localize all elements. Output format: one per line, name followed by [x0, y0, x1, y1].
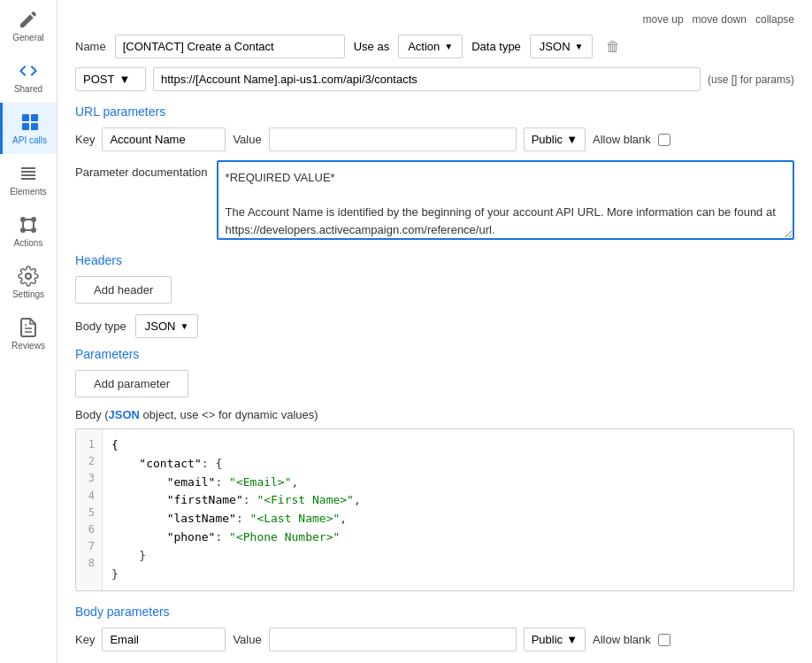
svg-point-7	[31, 227, 36, 233]
move-down-link[interactable]: move down	[693, 13, 747, 26]
body-type-dropdown[interactable]: JSON ▼	[135, 314, 199, 338]
body-key-input[interactable]	[102, 628, 226, 651]
key-input[interactable]	[102, 127, 226, 151]
action-dropdown[interactable]: Action ▼	[398, 35, 463, 58]
sidebar-item-api-calls-label: API calls	[12, 135, 47, 145]
headers-header: Headers	[75, 253, 794, 267]
use-as-label: Use as	[354, 40, 389, 53]
svg-rect-0	[22, 114, 29, 121]
settings-icon	[18, 266, 39, 287]
sidebar-item-settings[interactable]: Settings	[0, 257, 57, 308]
code-editor[interactable]: 12345678 { "contact": { "email": "<Email…	[75, 428, 794, 591]
sidebar-item-elements[interactable]: Elements	[0, 154, 57, 205]
svg-point-5	[31, 217, 36, 222]
line-numbers: 12345678	[76, 429, 103, 590]
sidebar-item-actions-label: Actions	[14, 238, 43, 248]
key-label: Key	[75, 133, 95, 146]
url-params-section: URL parameters Key Value Public ▼ Allow …	[75, 104, 794, 240]
sidebar-item-shared-label: Shared	[14, 84, 42, 94]
top-controls: move up move down collapse	[75, 13, 794, 26]
body-value-label: Value	[233, 633, 261, 646]
chevron-down-icon-2: ▼	[575, 42, 584, 51]
sidebar-item-general[interactable]: General	[0, 0, 57, 51]
body-value-input[interactable]	[269, 628, 517, 651]
body-allow-blank-label: Allow blank	[593, 633, 651, 646]
chevron-down-icon-3: ▼	[119, 73, 130, 86]
url-input[interactable]	[153, 67, 701, 91]
body-params-section: Body parameters Key Value Public ▼ Allow…	[75, 605, 794, 651]
api-icon	[19, 112, 41, 133]
headers-section: Headers Add header	[75, 253, 794, 314]
body-params-kv-row: Key Value Public ▼ Allow blank	[75, 628, 794, 651]
svg-rect-3	[31, 123, 38, 130]
add-header-button[interactable]: Add header	[75, 276, 172, 304]
data-type-dropdown[interactable]: JSON ▼	[530, 35, 594, 58]
sidebar-item-api-calls[interactable]: API calls	[0, 103, 57, 154]
collapse-link[interactable]: collapse	[755, 13, 794, 26]
param-doc-textarea[interactable]: *REQUIRED VALUE* The Account Name is ide…	[217, 160, 794, 240]
data-type-dropdown-label: JSON	[540, 40, 571, 53]
body-params-header: Body parameters	[75, 605, 794, 619]
sidebar-item-reviews-label: Reviews	[11, 341, 45, 351]
delete-button[interactable]: 🗑	[601, 37, 624, 57]
value-input[interactable]	[269, 127, 517, 151]
move-up-link[interactable]: move up	[643, 13, 684, 26]
method-dropdown[interactable]: POST ▼	[75, 67, 146, 91]
allow-blank-checkbox[interactable]	[658, 134, 670, 146]
param-doc-row: Parameter documentation *REQUIRED VALUE*…	[75, 160, 794, 240]
json-word: JSON	[109, 408, 140, 421]
sidebar: General Shared API calls Elements	[0, 0, 57, 663]
code-icon	[18, 60, 39, 81]
svg-point-6	[20, 227, 26, 233]
url-params-header: URL parameters	[75, 104, 794, 119]
pencil-icon	[18, 9, 39, 30]
svg-rect-1	[31, 114, 38, 121]
body-key-label: Key	[75, 633, 95, 646]
svg-point-12	[26, 274, 31, 279]
reviews-icon	[18, 317, 39, 338]
method-label: POST	[83, 73, 114, 86]
main-content: move up move down collapse Name Use as A…	[57, 0, 812, 663]
svg-point-4	[20, 217, 26, 222]
name-label: Name	[75, 40, 106, 53]
parameters-header: Parameters	[75, 347, 794, 361]
chevron-down-icon: ▼	[444, 42, 453, 51]
body-type-dropdown-label: JSON	[145, 320, 176, 333]
body-type-label: Body type	[75, 320, 126, 333]
body-hint: Body (JSON object, use <> for dynamic va…	[75, 408, 794, 421]
sidebar-item-reviews[interactable]: Reviews	[0, 308, 57, 359]
sidebar-item-settings-label: Settings	[12, 289, 44, 299]
body-type-row: Body type JSON ▼	[75, 314, 794, 338]
body-visibility-dropdown[interactable]: Public ▼	[524, 628, 586, 651]
param-doc-label: Parameter documentation	[75, 160, 208, 179]
elements-icon	[18, 163, 39, 184]
data-type-label: Data type	[471, 40, 521, 53]
sidebar-item-general-label: General	[12, 33, 44, 42]
action-dropdown-label: Action	[408, 40, 440, 53]
url-hint: (use [] for params)	[708, 73, 794, 86]
svg-rect-2	[22, 123, 29, 130]
allow-blank-label: Allow blank	[593, 133, 651, 146]
chevron-down-icon-5: ▼	[180, 321, 189, 331]
code-content: { "contact": { "email": "<Email>", "firs…	[103, 429, 370, 590]
value-label: Value	[233, 133, 261, 146]
url-row: POST ▼ (use [] for params)	[75, 67, 794, 91]
actions-icon	[18, 214, 39, 235]
add-parameter-button[interactable]: Add parameter	[75, 370, 188, 397]
name-input[interactable]	[115, 35, 345, 58]
chevron-down-icon-6: ▼	[566, 633, 578, 646]
chevron-down-icon-4: ▼	[566, 133, 578, 146]
name-row: Name Use as Action ▼ Data type JSON ▼ 🗑	[75, 35, 794, 58]
sidebar-item-actions[interactable]: Actions	[0, 205, 57, 257]
visibility-dropdown[interactable]: Public ▼	[524, 127, 586, 151]
body-visibility-label: Public	[532, 633, 563, 646]
parameters-section: Parameters Add parameter	[75, 347, 794, 408]
visibility-label: Public	[532, 133, 563, 146]
sidebar-item-elements-label: Elements	[10, 187, 47, 197]
url-params-kv-row: Key Value Public ▼ Allow blank	[75, 127, 794, 151]
sidebar-item-shared[interactable]: Shared	[0, 51, 57, 103]
body-allow-blank-checkbox[interactable]	[658, 634, 670, 646]
